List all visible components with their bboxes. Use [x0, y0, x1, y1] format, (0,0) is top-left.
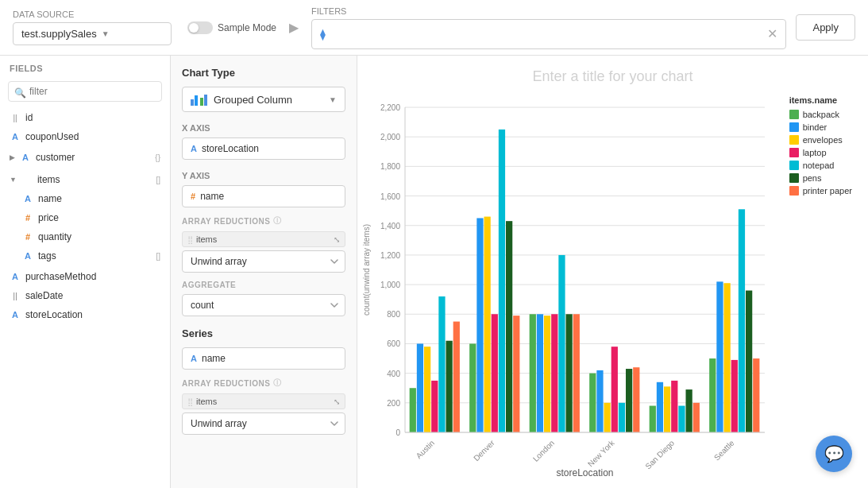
aggregate-label: AGGREGATE: [182, 281, 345, 289]
svg-rect-64: [693, 403, 700, 432]
expand-icon[interactable]: ⤡: [334, 397, 340, 406]
field-group-header-customer[interactable]: ▶ A customer {}: [0, 148, 170, 167]
chart-type-title: Chart Type: [182, 67, 345, 79]
chart-svg-container: 02004006008001,0001,2001,4001,6001,8002,…: [357, 91, 868, 488]
aggregate-select[interactable]: count: [182, 294, 345, 316]
svg-rect-30: [438, 296, 445, 432]
field-item-storelocation[interactable]: A storeLocation: [0, 305, 170, 324]
items-suffix: []: [156, 176, 160, 184]
svg-rect-40: [513, 316, 519, 432]
customer-suffix: {}: [155, 153, 160, 162]
svg-rect-48: [573, 314, 580, 432]
series-array-reductions: ARRAY REDUCTIONS ⓘ ⣿ items ⤡ Unwind arra…: [182, 378, 345, 435]
svg-rect-46: [558, 255, 565, 432]
items-children: A name # price # quantity A tags []: [0, 189, 170, 265]
grouped-column-icon: [191, 93, 207, 106]
svg-rect-47: [566, 314, 573, 432]
svg-rect-31: [446, 341, 453, 432]
svg-text:Austin: Austin: [415, 439, 436, 460]
filters-label: Filters: [311, 6, 786, 16]
toggle-track[interactable]: [187, 21, 213, 34]
main-layout: FIELDS 🔍 || id A couponUsed ▶ A customer: [0, 56, 868, 488]
y-unwind-select[interactable]: Unwind array: [182, 250, 345, 273]
svg-text:New York: New York: [586, 438, 616, 468]
filter-bar[interactable]: ⧫ ✕: [311, 19, 786, 49]
svg-rect-53: [611, 347, 618, 432]
series-title: Series: [182, 327, 345, 339]
svg-text:count(unwind array items): count(unwind array items): [362, 224, 371, 316]
svg-rect-52: [604, 403, 610, 432]
svg-text:London: London: [531, 439, 556, 463]
fields-filter-input[interactable]: [8, 81, 162, 102]
chart-type-select[interactable]: Grouped Column ▼: [182, 87, 345, 112]
field-label-storelocation: storeLocation: [25, 309, 160, 320]
chat-button[interactable]: 💬: [816, 436, 852, 472]
field-item-purchasemethod[interactable]: A purchaseMethod: [0, 267, 170, 286]
text-type-icon: A: [20, 153, 31, 162]
chart-title[interactable]: Enter a title for your chart: [532, 68, 692, 85]
svg-text:Denver: Denver: [472, 438, 496, 463]
field-label-purchasemethod: purchaseMethod: [25, 271, 160, 282]
series-field[interactable]: A name: [182, 347, 345, 370]
svg-rect-43: [537, 314, 543, 432]
y-array-reductions: ARRAY REDUCTIONS ⓘ ⣿ items ⤡ Unwind arra…: [182, 215, 345, 273]
apply-button[interactable]: Apply: [796, 14, 855, 41]
info-icon: ⓘ: [273, 378, 282, 389]
svg-rect-27: [417, 343, 423, 432]
x-axis-label: X Axis: [182, 123, 345, 133]
svg-rect-58: [650, 406, 656, 432]
field-group-header-items[interactable]: ▼ items []: [0, 170, 170, 189]
top-bar: Data Source test.supplySales ▼ Sample Mo…: [0, 0, 868, 56]
field-item-id[interactable]: || id: [0, 108, 170, 127]
svg-rect-36: [484, 217, 490, 432]
svg-rect-37: [492, 314, 498, 432]
svg-text:1,600: 1,600: [380, 192, 400, 201]
filter-icon: ⧫: [320, 28, 326, 41]
x-axis-field[interactable]: A storeLocation: [182, 137, 345, 160]
sample-mode-toggle[interactable]: Sample Mode: [187, 21, 276, 34]
svg-rect-68: [723, 283, 730, 432]
y-axis-field-name: name: [200, 191, 224, 202]
x-axis-field-type-icon: A: [191, 144, 197, 153]
toggle-thumb: [189, 23, 199, 33]
field-item-price[interactable]: # price: [13, 208, 170, 227]
y-axis-field[interactable]: # name: [182, 185, 345, 207]
expand-icon[interactable]: ⤡: [334, 235, 340, 244]
datasource-select[interactable]: test.supplySales ▼: [13, 22, 172, 45]
svg-rect-70: [739, 209, 745, 432]
drag-handle-icon: ⣿: [187, 235, 193, 244]
pipe-arrow-icon: ▶: [289, 20, 299, 35]
field-item-name[interactable]: A name: [13, 189, 170, 208]
field-item-tags[interactable]: A tags []: [13, 246, 170, 265]
svg-rect-66: [709, 358, 716, 432]
field-item-couponused[interactable]: A couponUsed: [0, 127, 170, 146]
search-icon: 🔍: [14, 87, 26, 99]
svg-rect-51: [596, 370, 603, 432]
field-label-customer: customer: [36, 152, 150, 163]
svg-rect-38: [499, 130, 505, 432]
svg-rect-63: [686, 389, 692, 432]
series-items-tag[interactable]: ⣿ items ⤡: [182, 393, 345, 409]
svg-rect-28: [424, 347, 430, 432]
text-type-icon: A: [22, 194, 33, 203]
svg-rect-54: [619, 403, 625, 432]
tags-suffix: []: [156, 252, 160, 261]
y-axis-section: Y Axis # name ARRAY REDUCTIONS ⓘ ⣿ items…: [182, 171, 345, 316]
filter-clear-icon[interactable]: ✕: [767, 26, 777, 41]
chart-area: Enter a title for your chart items.name …: [357, 56, 868, 488]
svg-rect-29: [431, 381, 438, 432]
chat-icon: 💬: [824, 444, 844, 463]
field-item-saledate[interactable]: || saleDate: [0, 286, 170, 305]
field-label-tags: tags: [38, 250, 151, 261]
datasource-label: Data Source: [13, 10, 172, 19]
svg-text:200: 200: [387, 399, 400, 408]
chevron-down-icon: ▼: [10, 176, 17, 184]
svg-rect-69: [731, 360, 738, 432]
svg-text:0: 0: [395, 428, 400, 437]
series-unwind-select[interactable]: Unwind array: [182, 412, 345, 435]
svg-text:1,000: 1,000: [380, 281, 400, 289]
field-item-quantity[interactable]: # quantity: [13, 227, 170, 246]
series-field-type-icon: A: [191, 354, 197, 363]
y-items-tag[interactable]: ⣿ items ⤡: [182, 231, 345, 247]
svg-text:Seattle: Seattle: [712, 438, 736, 462]
